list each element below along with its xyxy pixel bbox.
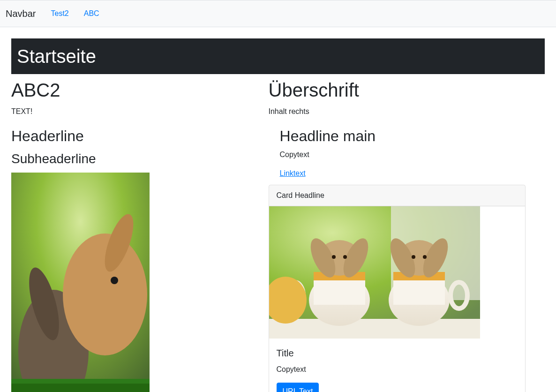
headerline: Headerline [11, 125, 263, 147]
subheaderline: Subheaderline [11, 149, 263, 169]
svg-point-19 [343, 255, 347, 259]
svg-rect-10 [269, 319, 480, 339]
card-image [269, 206, 480, 339]
linktext[interactable]: Linktext [280, 169, 306, 177]
inner-section: Headline main Copytext Linktext [269, 125, 526, 179]
headline-main: Headline main [280, 125, 526, 147]
svg-point-5 [111, 277, 118, 284]
navbar-brand[interactable]: Navbar [6, 7, 36, 21]
svg-rect-12 [314, 277, 365, 305]
right-title: Überschrift [269, 76, 526, 104]
card-title: Title [277, 346, 518, 360]
svg-point-28 [423, 255, 427, 259]
main-container: Startseite ABC2 TEXT! Headerline Subhead… [0, 27, 556, 392]
left-column: ABC2 TEXT! Headerline Subheaderline [11, 74, 269, 392]
inner-copytext: Copytext [280, 149, 526, 160]
card-header: Card Headline [269, 185, 526, 206]
left-image [11, 173, 150, 392]
left-text: TEXT! [11, 106, 263, 117]
svg-rect-21 [393, 277, 445, 305]
card-button[interactable]: URL Text [277, 383, 319, 392]
svg-point-3 [63, 234, 147, 355]
right-text: Inhalt rechts [269, 106, 526, 117]
svg-point-27 [412, 255, 415, 259]
page-header: Startseite [11, 38, 545, 74]
nav-link-abc[interactable]: ABC [76, 4, 107, 23]
navbar: Navbar Test2 ABC [0, 0, 556, 27]
left-title: ABC2 [11, 76, 263, 104]
svg-point-18 [332, 255, 336, 259]
card-body: Title Copytext URL Text [269, 339, 526, 392]
svg-rect-7 [11, 384, 150, 392]
right-column: Überschrift Inhalt rechts Headline main … [269, 74, 526, 392]
nav-link-test2[interactable]: Test2 [43, 4, 76, 23]
content-row: ABC2 TEXT! Headerline Subheaderline [11, 74, 545, 392]
card: Card Headline [269, 185, 526, 392]
page-title: Startseite [17, 42, 539, 70]
card-copytext: Copytext [277, 364, 518, 375]
